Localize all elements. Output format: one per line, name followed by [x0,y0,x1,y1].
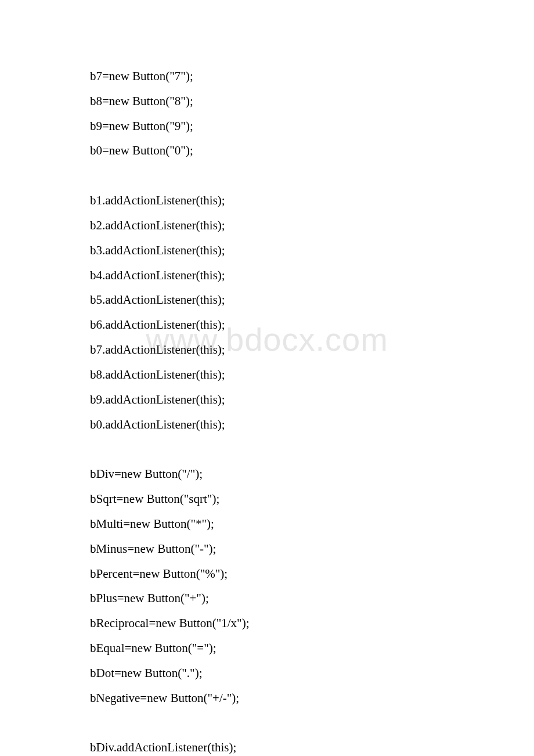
code-line: b0.addActionListener(this); [90,412,476,437]
code-line: bEqual=new Button("="); [90,636,476,661]
code-line: bDiv=new Button("/"); [90,462,476,487]
code-line: bMulti=new Button("*"); [90,512,476,537]
blank-line [90,437,476,462]
code-line: b8=new Button("8"); [90,89,476,114]
code-line: bPlus=new Button("+"); [90,586,476,611]
code-line: b0=new Button("0"); [90,138,476,163]
blank-line [90,710,476,735]
code-line: bDiv.addActionListener(this); [90,735,476,756]
code-line: b7=new Button("7"); [90,64,476,89]
code-line: bSqrt=new Button("sqrt"); [90,487,476,512]
code-line: b5.addActionListener(this); [90,287,476,312]
code-line: bReciprocal=new Button("1/x"); [90,611,476,636]
code-line: bNegative=new Button("+/-"); [90,686,476,711]
blank-line [90,163,476,188]
code-line: bDot=new Button("."); [90,661,476,686]
code-content: b7=new Button("7"); b8=new Button("8"); … [0,0,534,756]
code-line: b9=new Button("9"); [90,114,476,139]
code-line: b9.addActionListener(this); [90,387,476,412]
code-line: b1.addActionListener(this); [90,188,476,213]
code-line: b7.addActionListener(this); [90,337,476,362]
code-line: bPercent=new Button("%"); [90,561,476,586]
code-line: b6.addActionListener(this); [90,312,476,337]
code-line: b4.addActionListener(this); [90,263,476,288]
code-line: b3.addActionListener(this); [90,238,476,263]
code-line: b2.addActionListener(this); [90,213,476,238]
code-line: bMinus=new Button("-"); [90,537,476,561]
code-line: b8.addActionListener(this); [90,362,476,387]
